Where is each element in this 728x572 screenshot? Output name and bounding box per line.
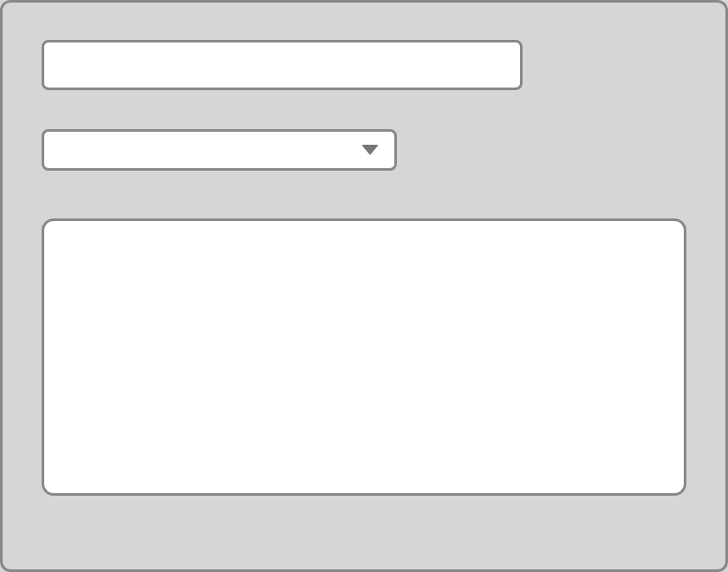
caret-down-icon <box>361 145 379 155</box>
dropdown-select[interactable] <box>42 129 397 171</box>
text-input[interactable] <box>42 40 523 90</box>
textarea-input[interactable] <box>42 218 686 496</box>
